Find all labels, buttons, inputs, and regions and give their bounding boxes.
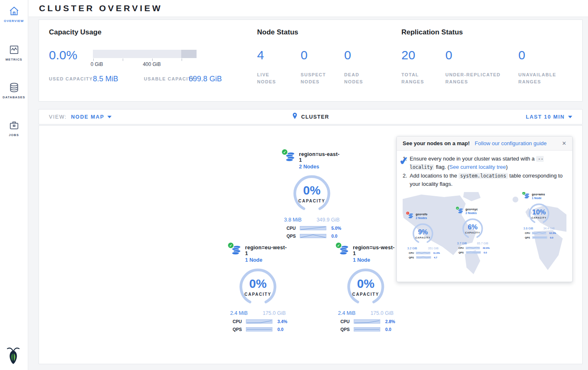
region-label: region=eu-west-1 xyxy=(245,245,288,256)
sidebar-item-label: DATABASES xyxy=(2,95,25,99)
qps-sparkline-icon xyxy=(246,326,272,332)
node-count: 2 Nodes xyxy=(466,212,478,215)
qps-value: 0.0 xyxy=(331,234,338,239)
cpu-sparkline-icon xyxy=(466,246,480,249)
replication-status-section: Replication Status 20 TOTALRANGES 0 UNDE… xyxy=(401,28,572,101)
cpu-sparkline-icon xyxy=(532,231,546,234)
sidebar-item-databases[interactable]: DATABASES xyxy=(0,76,28,103)
time-range-dropdown[interactable]: LAST 10 MIN xyxy=(526,114,572,120)
sidebar-item-label: OVERVIEW xyxy=(4,19,24,23)
capacity-usage-title: Capacity Usage xyxy=(49,28,257,37)
capacity-gauge: 0% CAPACITY xyxy=(228,268,288,309)
under-replicated-value: 0 xyxy=(445,49,518,61)
cluster-summary-panel: Capacity Usage 0.0% 0 GiB 400 GiB USED C… xyxy=(39,19,583,102)
sidebar-item-label: JOBS xyxy=(9,133,19,137)
node-count: 2 Nodes xyxy=(416,217,428,220)
node-count-link[interactable]: 1 Node xyxy=(245,257,288,263)
capacity-bar xyxy=(93,50,197,58)
configuration-guide-link[interactable]: Follow our configuration guide xyxy=(475,140,547,146)
qps-value: 0.0 xyxy=(385,327,391,332)
capacity-usage-section: Capacity Usage 0.0% 0 GiB 400 GiB USED C… xyxy=(49,28,257,101)
time-range-value: LAST 10 MIN xyxy=(526,114,565,120)
total-capacity: 349.9 GiB xyxy=(316,217,340,223)
config-step-1: ✔ 1. Ensure every node in your cluster w… xyxy=(403,155,566,171)
popup-title: See your nodes on a map! xyxy=(403,140,470,146)
node-status-section: Node Status 4 LIVENODES 0 SUSPECTNODES 0… xyxy=(257,28,401,101)
capacity-gauge-label: CAPACITY xyxy=(282,199,342,203)
map-pin-icon xyxy=(292,112,298,121)
cpu-sparkline-icon xyxy=(416,251,430,254)
qps-sparkline-icon xyxy=(416,256,431,259)
cpu-value: 3.4% xyxy=(277,319,287,324)
live-nodes-value: 4 xyxy=(257,49,301,61)
capacity-bar-ticks xyxy=(93,58,197,61)
chevron-down-icon xyxy=(568,116,572,118)
capacity-gauge: 0% CAPACITY xyxy=(282,175,342,215)
total-ranges-value: 20 xyxy=(401,49,445,61)
health-warn-icon: ! xyxy=(406,212,409,215)
node-count-link[interactable]: 2 Nodes xyxy=(299,164,342,170)
example-region-card-sfo: ! geo=sfo 2 Nodes xyxy=(406,213,440,259)
locality-tree-link[interactable]: See current locality tree xyxy=(450,164,506,170)
map-configuration-popup: See your nodes on a map! Follow our conf… xyxy=(396,136,573,282)
capacity-percent: 0.0% xyxy=(49,49,77,61)
capacity-percent: 0% xyxy=(282,184,342,197)
sidebar-item-label: METRICS xyxy=(5,58,22,61)
cpu-label: CPU xyxy=(233,319,246,324)
cpu-sparkline-icon xyxy=(354,319,380,324)
page-title: CLUSTER OVERVIEW xyxy=(39,3,163,13)
briefcase-icon xyxy=(9,120,19,131)
node-count-link[interactable]: 1 Node xyxy=(353,257,396,263)
unavailable-ranges-value: 0 xyxy=(518,49,572,61)
sidebar-item-overview[interactable]: OVERVIEW xyxy=(0,0,28,27)
capacity-gauge: 9% CAPACITY xyxy=(406,223,440,246)
chevron-down-icon xyxy=(107,116,112,118)
sidebar: OVERVIEW METRICS DATABASES JOBS xyxy=(0,0,28,370)
capacity-gauge: 6% CAPACITY xyxy=(456,218,490,241)
health-ok-icon: ✓ xyxy=(456,207,459,210)
cpu-label: CPU xyxy=(340,319,354,324)
total-capacity: 175.0 GiB xyxy=(370,310,394,316)
node-status-title: Node Status xyxy=(257,28,401,37)
close-icon[interactable]: ✕ xyxy=(562,140,566,146)
sidebar-item-jobs[interactable]: JOBS xyxy=(0,114,28,141)
usable-capacity-value: 699.8 GiB xyxy=(189,75,222,83)
node-map-canvas[interactable]: ✓ region=us-east-1 2 Nodes 0 xyxy=(39,125,583,364)
view-label: VIEW: xyxy=(49,114,67,120)
qps-label: QPS xyxy=(233,327,246,332)
capacity-gauge: 10% CAPACITY xyxy=(522,203,556,226)
sidebar-item-metrics[interactable]: METRICS xyxy=(0,39,28,66)
suspect-nodes-value: 0 xyxy=(301,49,344,61)
capacity-gauge: 0% CAPACITY xyxy=(335,268,396,309)
region-card-us-east-1[interactable]: ✓ region=us-east-1 2 Nodes 0 xyxy=(282,151,342,239)
dead-nodes-value: 0 xyxy=(344,49,388,61)
capacity-percent: 0% xyxy=(228,277,288,291)
capacity-gauge-label: CAPACITY xyxy=(228,292,288,297)
view-selector-dropdown[interactable]: VIEW: NODE MAP xyxy=(49,114,112,120)
view-value: NODE MAP xyxy=(71,114,104,120)
total-ranges-stat: 20 TOTALRANGES xyxy=(401,37,445,85)
dead-nodes-stat: 0 DEADNODES xyxy=(344,37,388,85)
qps-sparkline-icon xyxy=(532,236,547,239)
region-card-eu-west-1[interactable]: ✓ region=eu-west-1 1 Node 0% xyxy=(228,245,288,332)
qps-label: QPS xyxy=(340,327,354,332)
unavailable-ranges-stat: 0 UNAVAILABLERANGES xyxy=(518,37,572,85)
cpu-value: 2.8% xyxy=(385,319,395,324)
used-capacity: 3.8 MiB xyxy=(284,217,301,223)
qps-value: 0.0 xyxy=(277,327,284,332)
region-label: region=us-west-1 xyxy=(353,245,396,256)
under-replicated-stat: 0 UNDER-REPLICATEDRANGES xyxy=(445,37,518,85)
example-region-card-ams: ✓ geo=ams 1 Node xyxy=(522,193,556,239)
qps-sparkline-icon xyxy=(354,326,380,332)
step-done-check-icon: ✔ xyxy=(398,153,409,170)
capacity-gauge-label: CAPACITY xyxy=(335,292,396,297)
replication-status-title: Replication Status xyxy=(401,28,572,37)
health-ok-icon: ✓ xyxy=(335,242,342,248)
region-label: geo=sfo xyxy=(416,213,428,216)
region-card-us-west-1[interactable]: ✓ region=us-west-1 1 Node 0% xyxy=(335,245,396,332)
example-region-card-nyc: ✓ geo=nyc 2 Nodes xyxy=(456,208,490,254)
node-count: 1 Node xyxy=(532,197,545,200)
system-locations-code: system.locations xyxy=(459,173,508,179)
database-icon xyxy=(9,82,19,93)
health-ok-icon: ✓ xyxy=(282,149,288,155)
